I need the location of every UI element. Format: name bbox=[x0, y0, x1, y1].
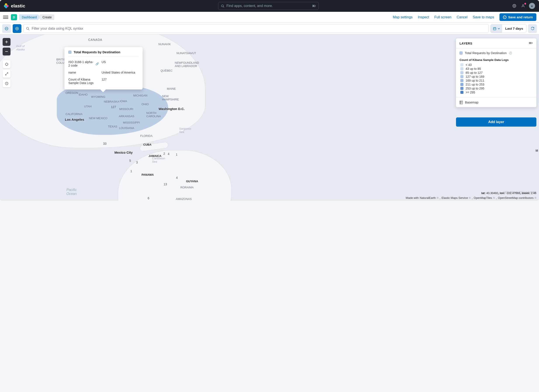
map-label: Sargasso Sea bbox=[179, 127, 191, 134]
global-search[interactable]: ⌘/ bbox=[218, 2, 319, 10]
map-label: Mexico City bbox=[115, 151, 133, 154]
attrib-link[interactable]: OpenStreetMap contributors bbox=[498, 196, 534, 200]
legend-swatch-icon bbox=[460, 75, 463, 78]
map-label: NUNAVIK bbox=[158, 43, 171, 46]
map-label: MISSISSIPPI bbox=[123, 121, 140, 124]
shortcut-hint: ⌘/ bbox=[312, 4, 316, 8]
attrib-prefix: Made with bbox=[406, 196, 419, 200]
legend-row: 211 up to 253 bbox=[459, 82, 533, 86]
map-label: QUÉBEC bbox=[160, 69, 173, 72]
inspect-button[interactable]: Inspect bbox=[418, 15, 429, 19]
app-header: D Dashboard Create Map settings Inspect … bbox=[0, 12, 539, 23]
svg-point-9 bbox=[26, 27, 29, 29]
search-icon bbox=[26, 27, 29, 30]
map-label: CANADA bbox=[88, 38, 102, 42]
map-label: UTAH bbox=[84, 105, 91, 108]
collapse-icon[interactable] bbox=[529, 42, 533, 45]
tooltip-header: Total Requests by Destination bbox=[68, 50, 139, 56]
global-search-input[interactable] bbox=[226, 4, 310, 8]
legend-swatch-icon bbox=[460, 91, 463, 94]
expand-button[interactable] bbox=[3, 70, 10, 78]
brand-name: elastic bbox=[11, 3, 25, 9]
svg-line-1 bbox=[223, 7, 224, 7]
layer-item[interactable]: Total Requests by Destination 🕘 bbox=[456, 49, 536, 57]
save-to-maps-button[interactable]: Save to maps bbox=[473, 15, 494, 19]
map-value: 127 bbox=[111, 105, 116, 109]
legend-row: 169 up to 211 bbox=[459, 79, 533, 82]
help-icon[interactable] bbox=[511, 3, 517, 9]
tooltip-title: Total Requests by Destination bbox=[74, 50, 120, 54]
map-tool-column bbox=[3, 38, 10, 87]
external-link-icon: ⧉ bbox=[493, 196, 495, 199]
map-label: TEXAS bbox=[108, 125, 117, 128]
news-icon[interactable] bbox=[520, 3, 526, 9]
add-layer-button[interactable]: Add layer bbox=[456, 117, 536, 127]
map-settings-button[interactable]: Map settings bbox=[393, 15, 413, 19]
legend-label: 211 up to 253 bbox=[466, 83, 484, 86]
cancel-button[interactable]: Cancel bbox=[457, 15, 467, 19]
map-label: GUYANA bbox=[186, 180, 198, 183]
map-label: MAINE bbox=[167, 87, 176, 90]
fit-bounds-button[interactable] bbox=[3, 60, 10, 68]
map-label: NUNATSIAVUT bbox=[177, 52, 196, 55]
breadcrumb: Dashboard Create bbox=[19, 14, 54, 20]
breadcrumb-dashboard[interactable]: Dashboard bbox=[19, 14, 40, 20]
kql-input[interactable] bbox=[32, 27, 486, 31]
legend-label: 85 up to 127 bbox=[466, 71, 483, 74]
layers-header: LAYERS bbox=[456, 38, 536, 49]
map-label: AMAZONAS bbox=[176, 197, 192, 201]
legend-label: < 43 bbox=[466, 63, 472, 67]
svg-point-3 bbox=[514, 5, 515, 7]
add-filter-button[interactable] bbox=[13, 24, 21, 33]
legend-row: 127 up to 169 bbox=[459, 75, 533, 79]
map-canvas[interactable]: CANADA NUNAVIK NUNATSIAVUT NEWFOUNDLAND … bbox=[0, 34, 539, 201]
full-screen-button[interactable]: Full screen bbox=[434, 15, 451, 19]
map-value: 5 bbox=[129, 159, 131, 163]
legend-title: Count of Kibana Sample Data Logs bbox=[459, 58, 533, 62]
map-value: 4 bbox=[168, 152, 169, 156]
breadcrumb-create: Create bbox=[39, 14, 54, 20]
map-label: MICHIGAN bbox=[133, 94, 147, 97]
nav-toggle-button[interactable] bbox=[3, 15, 9, 20]
attrib-link[interactable]: NaturalEarth bbox=[420, 196, 436, 200]
timeslider-button[interactable] bbox=[3, 79, 10, 87]
calendar-icon bbox=[491, 24, 502, 33]
tooltip-value: US bbox=[101, 60, 106, 67]
map-value: M bbox=[535, 149, 538, 152]
link-icon[interactable]: 🔗 bbox=[96, 62, 99, 66]
save-and-return-button[interactable]: ✓ Save and return bbox=[500, 13, 536, 21]
legend-label: 169 up to 211 bbox=[466, 79, 484, 82]
layer-item-basemap[interactable]: Basemap bbox=[456, 98, 536, 107]
filter-menu-button[interactable] bbox=[2, 24, 11, 33]
check-icon: ✓ bbox=[503, 15, 506, 19]
legend-swatch-icon bbox=[460, 71, 463, 74]
legend-swatch-icon bbox=[460, 67, 463, 70]
map-label: Pacific Ocean bbox=[66, 188, 77, 196]
time-range-picker[interactable]: Last 7 days bbox=[491, 24, 526, 33]
attrib-link[interactable]: OpenMapTiles bbox=[474, 196, 492, 200]
map-label: IOWA bbox=[120, 100, 127, 103]
tooltip-value: 127 bbox=[101, 78, 106, 85]
map-label: RORAIMA bbox=[180, 186, 194, 189]
legend-row: < 43 bbox=[459, 63, 533, 67]
query-input-wrap[interactable] bbox=[23, 24, 489, 33]
tooltip-key: Count of Kibana Sample Data Logs bbox=[68, 78, 99, 85]
map-label: NORTH CAROLINA bbox=[146, 111, 161, 118]
zoom-in-button[interactable] bbox=[3, 38, 10, 46]
map-label: NEW HAMPSHIRE bbox=[162, 95, 179, 101]
tooltip-value: United States of America bbox=[101, 71, 135, 74]
elastic-logo-icon bbox=[4, 3, 9, 9]
tooltip-row: name United States of America bbox=[68, 69, 139, 76]
grid-icon bbox=[459, 101, 463, 104]
map-label: Los Angeles bbox=[65, 118, 84, 121]
zoom-out-button[interactable] bbox=[3, 48, 10, 55]
space-badge[interactable]: D bbox=[11, 14, 17, 20]
map-label: NEBRASKA bbox=[104, 100, 119, 103]
save-and-return-label: Save and return bbox=[508, 15, 533, 19]
legend-row: 43 up to 85 bbox=[459, 67, 533, 71]
brand-logo[interactable]: elastic bbox=[4, 3, 25, 9]
user-avatar[interactable]: e bbox=[529, 3, 535, 9]
refresh-button[interactable] bbox=[528, 24, 537, 33]
attrib-link[interactable]: Elastic Maps Service bbox=[442, 196, 468, 200]
map-label: OHIO bbox=[141, 103, 149, 106]
